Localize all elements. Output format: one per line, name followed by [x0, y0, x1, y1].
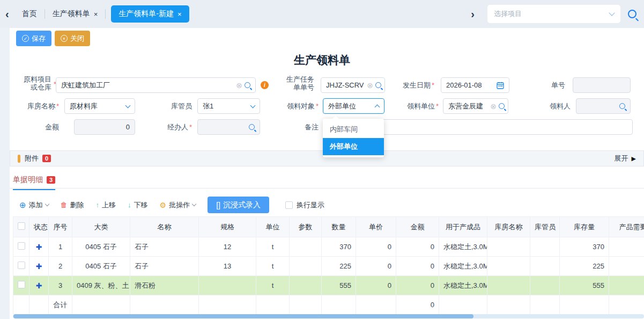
- tab-label: 生产领料单-新建: [119, 9, 174, 19]
- col-qty: 数量: [322, 217, 356, 237]
- total-label: 合计: [49, 295, 72, 315]
- row-status-plus-icon[interactable]: ✚: [29, 237, 49, 257]
- row-status-plus-icon[interactable]: ✚: [29, 276, 49, 295]
- close-button-label: 关闭: [70, 34, 84, 44]
- clear-icon[interactable]: ⊗: [367, 82, 373, 89]
- delete-button[interactable]: 🗑 删除: [61, 200, 84, 210]
- tabs-back-icon[interactable]: ‹: [0, 9, 14, 19]
- col-unit: 单位: [256, 217, 290, 237]
- label-date: 发生日期: [398, 81, 434, 89]
- search-icon[interactable]: [249, 124, 255, 130]
- search-icon[interactable]: [499, 103, 505, 109]
- search-icon[interactable]: [245, 82, 250, 88]
- dropdown-option-external-selected[interactable]: 外部单位: [323, 138, 384, 155]
- warehouse-keeper-select[interactable]: 张1: [197, 98, 260, 114]
- immersive-entry-button[interactable]: [] 沉浸式录入: [208, 197, 269, 213]
- arrow-down-icon: ↓: [128, 201, 131, 209]
- section-marker-bar: [18, 155, 20, 163]
- wrap-display-checkbox[interactable]: 换行显示: [285, 200, 324, 210]
- tab-requisition-list[interactable]: 生产领料单 ×: [45, 5, 106, 23]
- col-param: 参数: [290, 217, 322, 237]
- tab-close-icon[interactable]: ×: [94, 10, 98, 18]
- tab-underline: [10, 188, 644, 189]
- warehouse-keeper-value: 张1: [203, 102, 213, 111]
- search-icon[interactable]: [628, 10, 636, 18]
- close-button[interactable]: × 关闭: [55, 31, 90, 46]
- col-price: 单价: [356, 217, 396, 237]
- receive-unit-value: 东营金辰建: [448, 102, 483, 111]
- horizontal-scrollbar-track[interactable]: [13, 314, 644, 318]
- move-down-button[interactable]: ↓ 下移: [128, 200, 148, 210]
- col-status: 状态: [29, 217, 49, 237]
- receive-unit-input[interactable]: 东营金辰建 ⊗: [443, 98, 508, 114]
- task-no-value: JHJZ-SCRV: [326, 81, 364, 89]
- left-edge-strip: [0, 28, 10, 319]
- top-tab-bar: ‹ 首页 生产领料单 × 生产领料单-新建 × › 选择项目: [0, 0, 644, 28]
- add-button[interactable]: ⊕ 添加: [19, 200, 49, 210]
- receiver-input[interactable]: [576, 98, 631, 114]
- label-handler: 经办人: [163, 123, 192, 131]
- clear-icon[interactable]: ⊗: [236, 82, 242, 89]
- col-need: 产品需要: [609, 217, 644, 237]
- trash-icon: 🗑: [61, 201, 68, 209]
- tab-detail[interactable]: 单据明细 3: [13, 175, 55, 190]
- search-icon[interactable]: [619, 103, 625, 109]
- chevron-down-icon: [609, 10, 615, 16]
- chevron-down-icon: [250, 103, 256, 108]
- tab-home-label: 首页: [22, 9, 37, 19]
- tab-close-icon[interactable]: ×: [177, 10, 182, 18]
- receive-target-dropdown: 内部车间 外部单位: [323, 119, 384, 157]
- gear-icon: ⚙: [160, 201, 167, 209]
- calendar-icon[interactable]: [497, 82, 504, 89]
- chevron-up-icon: [375, 105, 380, 110]
- tab-home[interactable]: 首页: [14, 5, 45, 23]
- select-all-checkbox[interactable]: [18, 222, 25, 230]
- table-row[interactable]: ✚ 2 0405 石子 石子 13 t 225 0 0 水稳定土,3.0M 22…: [13, 257, 644, 276]
- expand-toggle[interactable]: 展开 ▶: [615, 154, 636, 163]
- material-project-input[interactable]: 庆虹建筑加工厂 ⊗: [56, 77, 256, 93]
- col-seq: 序号: [49, 217, 72, 237]
- tab-detail-label: 单据明细: [13, 175, 43, 185]
- save-button-label: 保存: [32, 34, 46, 44]
- batch-ops-button[interactable]: ⚙ 批操作: [160, 200, 196, 210]
- row-checkbox[interactable]: [18, 262, 25, 269]
- dropdown-option-internal[interactable]: 内部车间: [323, 121, 384, 138]
- info-icon[interactable]: i: [261, 81, 269, 89]
- label-receive-target: 领料对象: [282, 102, 319, 110]
- doc-no-input: [573, 77, 631, 93]
- amount-value: 0: [126, 123, 130, 131]
- warehouse-name-select[interactable]: 原材料库: [64, 98, 135, 114]
- tab-requisition-new-active[interactable]: 生产领料单-新建 ×: [111, 5, 189, 23]
- expand-arrow-icon: ▶: [632, 155, 636, 162]
- plus-circle-icon: ⊕: [19, 201, 26, 209]
- brackets-icon: []: [216, 201, 220, 209]
- chevron-down-icon: [45, 202, 49, 206]
- checkbox-icon[interactable]: [285, 201, 293, 209]
- clear-icon[interactable]: ⊗: [490, 103, 497, 110]
- save-button[interactable]: ✓ 保存: [16, 31, 51, 46]
- table-row[interactable]: ✚ 1 0405 石子 石子 12 t 370 0 0 水稳定土,3.0M 37…: [13, 237, 644, 257]
- table-total-row: 合计 0: [13, 295, 644, 315]
- search-icon[interactable]: [375, 82, 381, 88]
- row-checkbox[interactable]: [18, 281, 25, 288]
- label-receive-unit: 领料单位: [401, 102, 439, 110]
- date-value: 2026-01-08: [446, 81, 482, 89]
- col-product: 用于产成品: [439, 217, 487, 237]
- horizontal-scrollbar-thumb[interactable]: [13, 314, 473, 318]
- row-checkbox[interactable]: [18, 242, 25, 250]
- material-project-value: 庆虹建筑加工厂: [61, 81, 110, 90]
- row-status-plus-icon[interactable]: ✚: [29, 257, 49, 276]
- expand-label: 展开: [615, 154, 628, 163]
- warehouse-name-value: 原材料库: [70, 102, 98, 111]
- label-warehouse-name: 库房名称: [15, 102, 59, 110]
- tabs-forward-icon[interactable]: ›: [465, 9, 480, 19]
- handler-input[interactable]: [197, 119, 260, 135]
- total-amount: 0: [396, 295, 439, 315]
- receive-target-select[interactable]: 外部单位: [323, 98, 384, 114]
- date-input[interactable]: 2026-01-08: [441, 77, 509, 93]
- project-select[interactable]: 选择项目: [487, 5, 620, 23]
- col-warehouse: 库房名称: [487, 217, 530, 237]
- task-no-input[interactable]: JHJZ-SCRV ⊗: [321, 77, 385, 93]
- move-up-button[interactable]: ↑ 上移: [96, 200, 116, 210]
- table-row-selected[interactable]: ✚ 3 0409 灰、粉、土 滑石粉 t 555 0 0 水稳定土,3.0M 5…: [13, 276, 644, 295]
